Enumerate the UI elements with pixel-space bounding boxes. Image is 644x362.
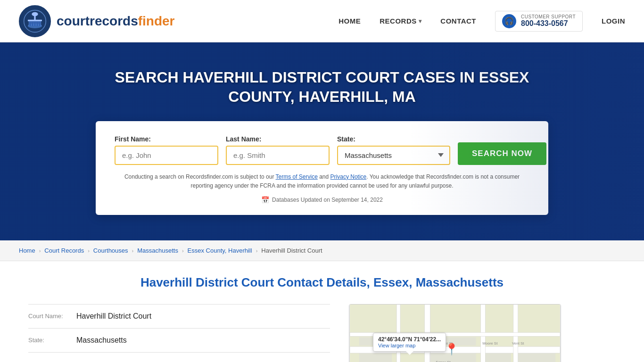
map-area: Summer St Essex St Moore St Vent St 42°4… [349,304,561,362]
details-table: Court Name: Haverhill District Court Sta… [28,304,330,362]
support-text: CUSTOMER SUPPORT 800-433-0567 [521,14,576,28]
privacy-link[interactable]: Privacy Notice [330,173,367,180]
breadcrumb-sep-1: › [39,248,41,254]
map-container: Summer St Essex St Moore St Vent St 42°4… [349,304,561,362]
header: courtrecordsfinder HOME RECORDS ▾ CONTAC… [0,0,644,42]
nav-records[interactable]: RECORDS ▾ [380,17,421,25]
db-updated-text: Databases Updated on September 14, 2022 [272,197,383,203]
support-box: 🎧 CUSTOMER SUPPORT 800-433-0567 [495,11,583,32]
map-pin-icon: 📍 [445,343,459,356]
breadcrumb-sep-5: › [256,248,258,254]
breadcrumb-sep-4: › [182,248,184,254]
state-row: State: Massachusetts [28,328,330,353]
breadcrumb-massachusetts[interactable]: Massachusetts [137,247,178,254]
breadcrumb-sep-3: › [132,248,134,254]
calendar-icon: 📅 [261,196,269,204]
breadcrumb-essex-county[interactable]: Essex County, Haverhill [188,247,252,254]
court-name-label: Court Name: [28,312,71,320]
court-name-value: Haverhill District Court [76,312,151,321]
page-title: Haverhill District Court Contact Details… [28,275,616,290]
hero-background [408,42,644,240]
map-coords: 42°46'34.0"N 71°04'22... [378,336,441,343]
svg-rect-6 [29,22,31,25]
first-name-group: First Name: [115,135,218,165]
details-layout: Court Name: Haverhill District Court Sta… [28,304,616,362]
breadcrumb-court-records[interactable]: Court Records [44,247,84,254]
map-placeholder[interactable]: Summer St Essex St Moore St Vent St 42°4… [349,304,561,362]
first-name-input[interactable] [115,146,218,165]
logo-text: courtrecordsfinder [57,14,175,29]
main-nav: HOME RECORDS ▾ CONTACT 🎧 CUSTOMER SUPPOR… [339,11,625,32]
nav-contact[interactable]: CONTACT [440,17,476,25]
svg-rect-23 [518,353,555,362]
chevron-down-icon: ▾ [419,18,422,25]
nav-login[interactable]: LOGIN [602,17,625,25]
svg-point-5 [32,12,38,16]
last-name-input[interactable] [226,146,330,165]
hero-section: SEARCH HAVERHILL DISTRICT COURT CASES IN… [0,42,644,240]
logo-icon [19,5,51,37]
map-view-larger-link[interactable]: View larger map [378,343,415,348]
terms-link[interactable]: Terms of Service [276,173,318,180]
breadcrumb-current: Haverhill District Court [261,247,322,254]
svg-text:Vent St: Vent St [512,341,524,346]
headset-icon: 🎧 [502,14,516,28]
svg-rect-10 [39,22,40,25]
svg-text:Essex St: Essex St [436,360,451,362]
svg-rect-22 [485,353,511,362]
state-label-detail: State: [28,336,71,344]
breadcrumb-home[interactable]: Home [19,247,35,254]
support-number: 800-433-0567 [521,19,576,28]
svg-rect-9 [36,22,38,25]
last-name-group: Last Name: [226,135,330,165]
support-label: CUSTOMER SUPPORT [521,14,576,19]
svg-text:Moore St: Moore St [482,341,498,346]
main-content: Haverhill District Court Contact Details… [0,261,644,362]
court-name-row: Court Name: Haverhill District Court [28,304,330,328]
svg-rect-24 [359,353,392,362]
first-name-label: First Name: [115,135,218,143]
svg-rect-8 [34,22,35,25]
breadcrumb-sep-2: › [88,248,90,254]
map-tooltip: 42°46'34.0"N 71°04'22... View larger map [373,333,446,352]
svg-rect-7 [32,22,33,25]
logo-area: courtrecordsfinder [19,5,175,37]
breadcrumb-courthouses[interactable]: Courthouses [93,247,128,254]
state-value: Massachusetts [76,336,127,345]
breadcrumb: Home › Court Records › Courthouses › Mas… [0,240,644,261]
last-name-label: Last Name: [226,135,330,143]
nav-home[interactable]: HOME [339,17,361,25]
